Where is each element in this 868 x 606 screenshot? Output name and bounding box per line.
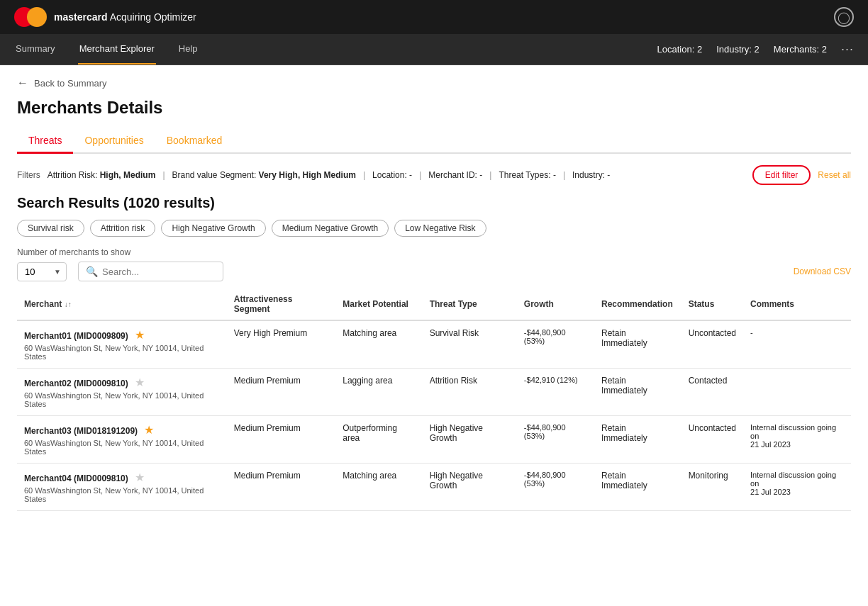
- merchant-id: (MID0009810): [74, 473, 128, 483]
- merchant-id-filter: Merchant ID: -: [428, 170, 482, 180]
- secondary-nav: Summary Merchant Explorer Help Location:…: [0, 34, 868, 65]
- search-input[interactable]: [102, 266, 216, 277]
- mastercard-logo: [14, 7, 47, 27]
- nav-right-filters: Location: 2 Industry: 2 Merchants: 2 ···: [657, 42, 854, 57]
- tag-low-negative-risk[interactable]: Low Negative Risk: [394, 220, 486, 237]
- brand-text: mastercard Acquiring Optimizer: [54, 11, 196, 23]
- market-potential-cell: Lagging area: [335, 369, 422, 416]
- recommendation-cell: Retain Immediately: [594, 416, 681, 464]
- attractiveness-cell: Medium Premium: [227, 416, 335, 464]
- growth-cell: -$42,910 (12%): [517, 369, 594, 416]
- tab-opportunities[interactable]: Opportunities: [73, 129, 155, 154]
- table-row: Merchant01 (MID0009809) ★ 60 WasWashingt…: [17, 320, 851, 369]
- nav-help[interactable]: Help: [177, 34, 199, 64]
- attractiveness-cell: Very High Premium: [227, 320, 335, 369]
- tab-threats[interactable]: Threats: [17, 129, 73, 154]
- threat-type-cell: Survival Risk: [423, 320, 517, 369]
- growth-cell: -$44,80,900 (53%): [517, 464, 594, 511]
- merchant-id: (MID0009809): [74, 331, 128, 341]
- search-wrap: 🔍: [78, 262, 223, 281]
- table-row: Merchant03 (MID018191209) ★ 60 WasWashin…: [17, 416, 851, 464]
- merchant-address: 60 WasWashington St, New York, NY 10014,…: [24, 391, 220, 408]
- threat-types-filter: Threat Types: -: [499, 170, 555, 180]
- recommendation-cell: Retain Immediately: [594, 320, 681, 369]
- tag-high-negative-growth[interactable]: High Negative Growth: [161, 220, 265, 237]
- merchant-cell: Merchant02 (MID0009810) ★ 60 WasWashingt…: [17, 369, 227, 416]
- threat-type-cell: High Negative Growth: [423, 416, 517, 464]
- table-row: Merchant02 (MID0009810) ★ 60 WasWashingt…: [17, 369, 851, 416]
- nav-items: Summary Merchant Explorer Help: [14, 34, 657, 64]
- star-icon[interactable]: ★: [135, 376, 145, 388]
- filter-sep5: |: [563, 170, 565, 180]
- show-count-select[interactable]: 10 25 50: [17, 262, 67, 281]
- filters-label: Filters: [17, 170, 40, 180]
- nav-merchant-explorer[interactable]: Merchant Explorer: [78, 34, 156, 64]
- col-attractiveness: Attractiveness Segment: [227, 288, 335, 320]
- merchants-table: Merchant ↓↑ Attractiveness Segment Marke…: [17, 288, 851, 511]
- table-row: Merchant04 (MID0009810) ★ 60 WasWashingt…: [17, 464, 851, 511]
- attractiveness-cell: Medium Premium: [227, 369, 335, 416]
- tab-bookmarked[interactable]: Bookmarked: [155, 129, 234, 154]
- filter-sep3: |: [419, 170, 421, 180]
- market-potential-cell: Matching area: [335, 464, 422, 511]
- tabs-row: Threats Opportunities Bookmarked: [17, 129, 851, 154]
- merchant-address: 60 WasWashington St, New York, NY 10014,…: [24, 439, 220, 456]
- star-icon[interactable]: ★: [144, 424, 154, 436]
- filter-bar: Filters Attrition Risk: High, Medium | B…: [17, 165, 851, 185]
- logo-area: mastercard Acquiring Optimizer: [14, 7, 834, 27]
- location-filter: Location: -: [372, 170, 412, 180]
- merchant-name: Merchant04: [24, 473, 72, 483]
- user-icon[interactable]: ◯: [834, 7, 854, 27]
- threat-type-cell: High Negative Growth: [423, 464, 517, 511]
- table-body: Merchant01 (MID0009809) ★ 60 WasWashingt…: [17, 320, 851, 511]
- merchant-cell: Merchant03 (MID018191209) ★ 60 WasWashin…: [17, 416, 227, 464]
- merchant-address: 60 WasWashington St, New York, NY 10014,…: [24, 344, 220, 361]
- comments-cell: -: [743, 320, 851, 369]
- more-options-button[interactable]: ···: [841, 42, 854, 57]
- download-csv-button[interactable]: Download CSV: [794, 266, 851, 276]
- top-bar-right: ◯: [834, 7, 854, 27]
- col-market-potential: Market Potential: [335, 288, 422, 320]
- show-count-select-wrap: 10 25 50 ▼: [17, 262, 67, 281]
- threat-type-cell: Attrition Risk: [423, 369, 517, 416]
- merchant-id: (MID018191209): [74, 426, 138, 436]
- attractiveness-cell: Medium Premium: [227, 464, 335, 511]
- market-potential-cell: Outperforming area: [335, 416, 422, 464]
- back-arrow-icon: ←: [17, 77, 28, 89]
- industry-filter: Industry: -: [572, 170, 610, 180]
- col-threat-type: Threat Type: [423, 288, 517, 320]
- tags-row: Survival risk Attrition risk High Negati…: [17, 220, 851, 237]
- filter-sep2: |: [363, 170, 365, 180]
- comments-cell: Internal discussion going on21 Jul 2023: [743, 416, 851, 464]
- nav-summary[interactable]: Summary: [14, 34, 57, 64]
- comments-cell: Internal discussion going on21 Jul 2023: [743, 464, 851, 511]
- tag-attrition-risk[interactable]: Attrition risk: [90, 220, 156, 237]
- page-title: Merchants Details: [17, 98, 851, 118]
- col-growth: Growth: [517, 288, 594, 320]
- col-status: Status: [681, 288, 743, 320]
- recommendation-cell: Retain Immediately: [594, 369, 681, 416]
- status-cell: Monitoring: [681, 464, 743, 511]
- top-bar: mastercard Acquiring Optimizer ◯: [0, 0, 868, 34]
- star-icon[interactable]: ★: [135, 471, 145, 483]
- status-cell: Uncontacted: [681, 320, 743, 369]
- sort-icon-merchant: ↓↑: [65, 301, 72, 308]
- tag-medium-negative-growth[interactable]: Medium Negative Growth: [272, 220, 389, 237]
- filter-merchants: Merchants: 2: [774, 44, 827, 55]
- table-header: Merchant ↓↑ Attractiveness Segment Marke…: [17, 288, 851, 320]
- edit-filter-button[interactable]: Edit filter: [752, 165, 811, 185]
- tag-survival-risk[interactable]: Survival risk: [17, 220, 84, 237]
- page-content: ← Back to Summary Merchants Details Thre…: [0, 65, 868, 522]
- merchant-cell: Merchant01 (MID0009809) ★ 60 WasWashingt…: [17, 320, 227, 369]
- filter-sep4: |: [489, 170, 491, 180]
- merchant-id: (MID0009810): [74, 378, 128, 388]
- back-link[interactable]: ← Back to Summary: [17, 77, 851, 89]
- recommendation-cell: Retain Immediately: [594, 464, 681, 511]
- star-icon[interactable]: ★: [135, 329, 145, 341]
- reset-all-button[interactable]: Reset all: [818, 170, 851, 180]
- col-merchant: Merchant ↓↑: [17, 288, 227, 320]
- controls-row: 10 25 50 ▼ 🔍 Download CSV: [17, 262, 851, 281]
- growth-cell: -$44,80,900 (53%): [517, 320, 594, 369]
- search-results-heading: Search Results (1020 results): [17, 195, 851, 211]
- merchant-cell: Merchant04 (MID0009810) ★ 60 WasWashingt…: [17, 464, 227, 511]
